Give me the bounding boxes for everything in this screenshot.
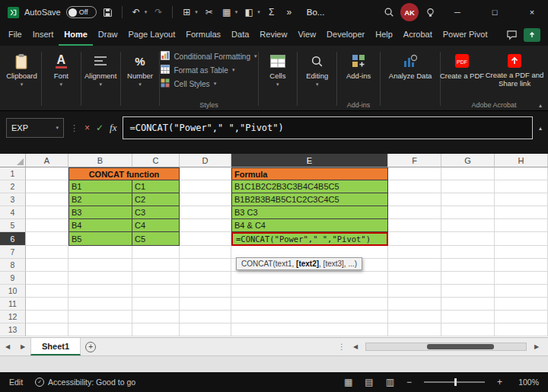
cell-C12[interactable] bbox=[132, 311, 180, 323]
scrollbar-thumb[interactable] bbox=[427, 344, 494, 349]
undo-icon[interactable]: ↶ bbox=[130, 4, 142, 21]
cell-C5[interactable]: C4 bbox=[132, 219, 180, 232]
cell-E5[interactable]: B4 & C4 bbox=[231, 219, 388, 232]
cell-G7[interactable] bbox=[441, 246, 495, 259]
cell-H6[interactable] bbox=[495, 232, 548, 245]
column-header-f[interactable]: F bbox=[388, 154, 441, 167]
analyze-data-button[interactable]: Analyze Data bbox=[381, 47, 439, 110]
cell-B9[interactable] bbox=[68, 272, 132, 285]
cell-mode-indicator[interactable]: Edit bbox=[9, 378, 23, 387]
cell-A5[interactable] bbox=[26, 219, 68, 232]
number-button[interactable]: % Number ▾ bbox=[122, 47, 159, 110]
cell-H1[interactable] bbox=[495, 167, 548, 180]
redo-icon[interactable]: ↷ bbox=[152, 4, 164, 21]
cell-E4[interactable]: B3 C3 bbox=[231, 206, 388, 219]
new-sheet-button[interactable]: + bbox=[81, 338, 100, 355]
tab-help[interactable]: Help bbox=[370, 24, 398, 46]
tab-power-pivot[interactable]: Power Pivot bbox=[438, 24, 493, 46]
cell-H9[interactable] bbox=[495, 272, 548, 285]
column-header-h[interactable]: H bbox=[495, 154, 548, 167]
table-icon[interactable]: ⊞ bbox=[180, 4, 193, 21]
cell-A11[interactable] bbox=[26, 298, 68, 311]
cell-B1-C1-merged[interactable]: CONCAT function bbox=[68, 167, 180, 180]
row-header-3[interactable]: 3 bbox=[0, 193, 26, 206]
cell-B11[interactable] bbox=[68, 298, 132, 311]
cell-H4[interactable] bbox=[495, 206, 548, 219]
lightbulb-icon[interactable] bbox=[424, 4, 436, 21]
tab-insert[interactable]: Insert bbox=[27, 24, 59, 46]
undo-caret-icon[interactable]: ▾ bbox=[145, 9, 148, 15]
cell-A12[interactable] bbox=[26, 311, 68, 323]
zoom-slider[interactable] bbox=[424, 381, 485, 383]
cell-C2[interactable]: C1 bbox=[132, 180, 180, 193]
addins-button[interactable]: Add-ins bbox=[338, 47, 379, 80]
cell-D3[interactable] bbox=[180, 193, 231, 206]
cell-B3[interactable]: B2 bbox=[68, 193, 132, 206]
search-icon[interactable] bbox=[383, 4, 395, 21]
tab-splitter-icon[interactable]: ⋮ bbox=[338, 343, 346, 351]
cell-D7[interactable] bbox=[180, 246, 231, 259]
font-button[interactable]: A Font ▾ bbox=[43, 47, 80, 110]
cell-D13[interactable] bbox=[180, 323, 231, 336]
cell-B7[interactable] bbox=[68, 246, 132, 259]
table-caret-icon[interactable]: ▾ bbox=[195, 9, 198, 15]
zoom-in-icon[interactable]: + bbox=[497, 377, 502, 387]
borders-caret-icon[interactable]: ▾ bbox=[235, 9, 238, 15]
cell-G9[interactable] bbox=[441, 272, 495, 285]
cell-A9[interactable] bbox=[26, 272, 68, 285]
cell-H12[interactable] bbox=[495, 311, 548, 323]
row-header-1[interactable]: 1 bbox=[0, 167, 26, 180]
cell-A13[interactable] bbox=[26, 323, 68, 336]
cell-E3[interactable]: B1B2B3B4B5C1C2C3C4C5 bbox=[231, 193, 388, 206]
cell-D11[interactable] bbox=[180, 298, 231, 311]
cell-G3[interactable] bbox=[441, 193, 495, 206]
cell-B10[interactable] bbox=[68, 285, 132, 298]
cell-D4[interactable] bbox=[180, 206, 231, 219]
row-header-6[interactable]: 6 bbox=[0, 232, 26, 245]
cell-F1[interactable] bbox=[388, 167, 441, 180]
tab-draw[interactable]: Draw bbox=[93, 24, 123, 46]
fill-color-caret-icon[interactable]: ▾ bbox=[257, 9, 260, 15]
cell-B4[interactable]: B3 bbox=[68, 206, 132, 219]
cell-F13[interactable] bbox=[388, 323, 441, 336]
cell-D1[interactable] bbox=[180, 167, 231, 180]
cell-B8[interactable] bbox=[68, 259, 132, 272]
tab-data[interactable]: Data bbox=[226, 24, 254, 46]
formula-bar-expand-icon[interactable]: ▴ bbox=[539, 125, 542, 132]
cell-C8[interactable] bbox=[132, 259, 180, 272]
share-icon[interactable] bbox=[524, 28, 540, 42]
cell-D9[interactable] bbox=[180, 272, 231, 285]
tab-developer[interactable]: Developer bbox=[321, 24, 370, 46]
cell-B13[interactable] bbox=[68, 323, 132, 336]
cell-E13[interactable] bbox=[231, 323, 388, 336]
save-icon[interactable] bbox=[102, 4, 114, 21]
cell-D12[interactable] bbox=[180, 311, 231, 323]
row-header-9[interactable]: 9 bbox=[0, 272, 26, 285]
cancel-entry-icon[interactable]: × bbox=[84, 123, 90, 133]
cell-D10[interactable] bbox=[180, 285, 231, 298]
cell-C3[interactable]: C2 bbox=[132, 193, 180, 206]
cell-C11[interactable] bbox=[132, 298, 180, 311]
cell-D2[interactable] bbox=[180, 180, 231, 193]
cell-F10[interactable] bbox=[388, 285, 441, 298]
alignment-button[interactable]: Alignment ▾ bbox=[82, 47, 119, 110]
fill-color-icon[interactable]: ◧ bbox=[243, 4, 255, 21]
cell-A8[interactable] bbox=[26, 259, 68, 272]
cell-D8[interactable] bbox=[180, 259, 231, 272]
insert-function-icon[interactable]: fx bbox=[110, 122, 116, 134]
cell-C13[interactable] bbox=[132, 323, 180, 336]
cell-C6[interactable]: C5 bbox=[132, 232, 180, 245]
cell-F6[interactable] bbox=[388, 232, 441, 245]
cell-D6[interactable] bbox=[180, 232, 231, 245]
cell-A6[interactable] bbox=[26, 232, 68, 245]
cell-E9[interactable] bbox=[231, 272, 388, 285]
tab-page-layout[interactable]: Page Layout bbox=[123, 24, 180, 46]
editing-button[interactable]: Editing ▾ bbox=[298, 47, 336, 110]
cell-F2[interactable] bbox=[388, 180, 441, 193]
scroll-right-icon[interactable]: ▶ bbox=[529, 343, 544, 350]
collapse-ribbon-icon[interactable]: ▴ bbox=[539, 102, 542, 109]
row-header-12[interactable]: 12 bbox=[0, 311, 26, 323]
cell-styles-button[interactable]: Cell Styles ▾ bbox=[161, 78, 256, 89]
confirm-entry-icon[interactable]: ✓ bbox=[96, 123, 104, 133]
formula-input[interactable]: =CONCAT("Power"," ","Pivot") bbox=[123, 116, 533, 139]
